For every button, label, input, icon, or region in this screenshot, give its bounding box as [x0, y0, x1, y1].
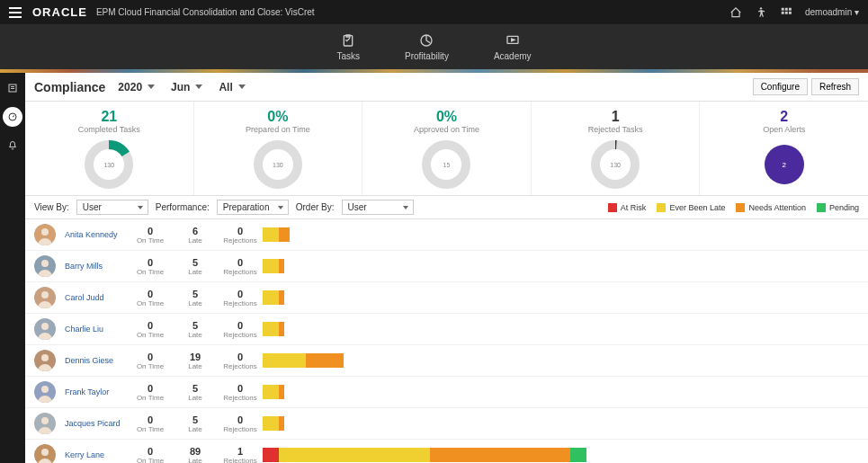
menu-icon[interactable]: [9, 7, 22, 18]
bar-segment: [570, 448, 586, 462]
bar-segment: [279, 259, 284, 273]
user-list[interactable]: Anita Kennedy 0On Time 6Late 0Rejections…: [25, 219, 868, 463]
stat-late: 5Late: [173, 320, 218, 339]
nav-tasks-label: Tasks: [336, 51, 360, 61]
configure-button[interactable]: Configure: [753, 78, 808, 95]
view-bar: View By: User Performance: Preparation O…: [25, 196, 868, 219]
bar-segment: [279, 227, 290, 242]
viewby-select[interactable]: User: [76, 200, 148, 215]
legend-item: Pending: [817, 203, 859, 212]
avatar: [34, 444, 56, 463]
stat-ontime: 0On Time: [128, 257, 173, 276]
refresh-button[interactable]: Refresh: [811, 78, 859, 95]
bell-icon: [7, 140, 18, 151]
stat-late: 89Late: [173, 446, 218, 464]
kpi-value: 0%: [198, 109, 359, 125]
performance-bar: [263, 448, 859, 462]
legend-swatch: [608, 203, 617, 212]
svg-rect-5: [785, 11, 788, 13]
nav-academy[interactable]: Academy: [494, 33, 532, 61]
stat-rejections: 0Rejections: [218, 257, 263, 276]
kpi-label: Approved on Time: [366, 125, 527, 134]
performance-label: Performance:: [156, 202, 210, 212]
svg-rect-4: [782, 11, 784, 13]
kpi-donut: 130: [84, 139, 134, 190]
rail-item-worklist[interactable]: [3, 78, 22, 98]
home-icon[interactable]: [729, 6, 742, 19]
bar-segment: [279, 385, 284, 399]
svg-point-0: [760, 7, 762, 9]
page-title: Compliance: [34, 80, 105, 94]
bar-segment: [263, 227, 279, 242]
avatar: [34, 255, 56, 277]
kpi-card[interactable]: 2 Open Alerts 2: [700, 102, 868, 195]
user-name-link[interactable]: Anita Kennedy: [65, 230, 128, 239]
user-name-link[interactable]: Carol Judd: [65, 293, 128, 302]
performance-bar: [263, 259, 859, 273]
rail-item-dashboard[interactable]: [3, 107, 22, 127]
filter-scope[interactable]: All: [215, 79, 248, 95]
performance-bar: [263, 322, 859, 336]
stat-ontime: 0On Time: [128, 414, 173, 433]
kpi-donut: 15: [421, 139, 471, 190]
nav-profitability[interactable]: Profitability: [405, 33, 449, 61]
kpi-card[interactable]: 21 Completed Tasks 130: [25, 102, 194, 195]
kpi-circle: 2: [765, 145, 804, 184]
nav-academy-label: Academy: [494, 51, 532, 61]
svg-rect-3: [789, 7, 792, 10]
bar-segment: [430, 448, 570, 462]
kpi-label: Open Alerts: [703, 125, 864, 134]
kpi-donut: 130: [590, 139, 640, 190]
performance-bar: [263, 227, 859, 242]
stat-ontime: 0On Time: [128, 226, 173, 245]
stat-rejections: 0Rejections: [218, 414, 263, 433]
performance-select[interactable]: Preparation: [217, 200, 289, 215]
grid-icon[interactable]: [780, 6, 792, 19]
accessibility-icon[interactable]: [755, 6, 767, 19]
legend-label: Ever Been Late: [669, 203, 725, 212]
legend: At RiskEver Been LateNeeds AttentionPend…: [608, 203, 859, 212]
user-name-link[interactable]: Barry Mills: [65, 262, 128, 271]
caret-icon: [238, 85, 246, 89]
orderby-select[interactable]: User: [342, 200, 414, 215]
avatar: [34, 350, 56, 371]
oracle-logo: ORACLE: [32, 5, 87, 19]
stat-rejections: 0Rejections: [218, 352, 263, 370]
performance-bar: [263, 385, 859, 399]
svg-point-39: [41, 449, 49, 456]
global-header: ORACLE EPM Cloud Financial Consolidation…: [0, 0, 868, 24]
svg-point-33: [41, 354, 49, 361]
filter-month[interactable]: Jun: [167, 79, 206, 95]
main-content: Compliance 2020 Jun All Configure Refres…: [25, 73, 868, 463]
user-name-link[interactable]: Charlie Liu: [65, 325, 128, 334]
performance-bar: [263, 416, 859, 431]
kpi-label: Completed Tasks: [29, 125, 190, 134]
nav-tasks[interactable]: Tasks: [336, 33, 360, 61]
legend-item: Needs Attention: [736, 203, 806, 212]
stat-ontime: 0On Time: [128, 352, 173, 370]
stat-late: 5Late: [173, 383, 218, 402]
filter-bar: Compliance 2020 Jun All Configure Refres…: [25, 73, 868, 102]
user-name-link[interactable]: Kerry Lane: [65, 450, 128, 459]
svg-point-29: [41, 291, 49, 298]
product-name: EPM Cloud Financial Consolidation and Cl…: [96, 7, 315, 17]
kpi-card[interactable]: 1 Rejected Tasks 130: [532, 102, 701, 195]
svg-point-25: [41, 228, 49, 236]
stat-ontime: 0On Time: [128, 383, 173, 402]
stat-rejections: 0Rejections: [218, 289, 263, 307]
caret-icon: [195, 85, 202, 89]
legend-label: Pending: [829, 203, 859, 212]
user-menu[interactable]: demoadmin ▾: [805, 7, 859, 17]
user-name-link[interactable]: Jacques Picard: [65, 419, 128, 428]
user-name-link[interactable]: Frank Taylor: [65, 387, 128, 396]
kpi-card[interactable]: 0% Approved on Time 15: [362, 102, 532, 195]
bar-segment: [263, 322, 279, 336]
user-name-link[interactable]: Dennis Giese: [65, 356, 128, 365]
filter-year[interactable]: 2020: [114, 79, 158, 95]
stat-ontime: 0On Time: [128, 289, 173, 307]
rail-item-alerts[interactable]: [3, 136, 22, 156]
kpi-card[interactable]: 0% Prepared on Time 130: [194, 102, 363, 195]
bar-segment: [263, 448, 279, 462]
stat-late: 5Late: [173, 257, 218, 276]
bar-segment: [279, 322, 284, 336]
